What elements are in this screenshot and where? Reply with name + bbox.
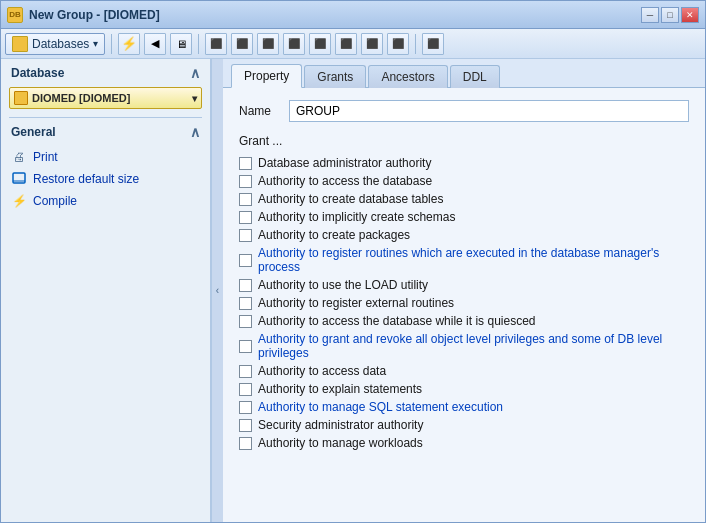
checkbox-row-access-quiesced: Authority to access the database while i… [239, 314, 689, 328]
close-button[interactable]: ✕ [681, 7, 699, 23]
checkbox-label-access-db: Authority to access the database [258, 174, 432, 188]
checkbox-row-register-routines: Authority to register routines which are… [239, 246, 689, 274]
checkbox-label-register-external: Authority to register external routines [258, 296, 454, 310]
checkbox-row-explain: Authority to explain statements [239, 382, 689, 396]
db-dropdown-row: DIOMED [DIOMED] ▾ [1, 85, 210, 117]
checkbox-list: Database administrator authorityAuthorit… [239, 156, 689, 450]
checkbox-register-external[interactable] [239, 297, 252, 310]
checkbox-label-create-tables: Authority to create database tables [258, 192, 443, 206]
db-selector-label: DIOMED [DIOMED] [32, 92, 130, 104]
databases-arrow: ▾ [93, 38, 98, 49]
toolbar-btn-6[interactable]: ⬛ [335, 33, 357, 55]
checkbox-row-workloads: Authority to manage workloads [239, 436, 689, 450]
databases-icon [12, 36, 28, 52]
print-icon: 🖨 [11, 149, 27, 165]
checkbox-access-db[interactable] [239, 175, 252, 188]
checkbox-row-create-schemas: Authority to implicitly create schemas [239, 210, 689, 224]
toolbar-separator-1 [111, 34, 112, 54]
checkbox-label-workloads: Authority to manage workloads [258, 436, 423, 450]
db-selector-arrow: ▾ [192, 93, 197, 104]
sidebar-collapse-handle[interactable]: ‹ [211, 59, 223, 522]
general-collapse-btn[interactable]: ∧ [190, 124, 200, 140]
tab-grants[interactable]: Grants [304, 65, 366, 88]
checkbox-label-sql-exec: Authority to manage SQL statement execut… [258, 400, 503, 414]
checkbox-label-grant-revoke: Authority to grant and revoke all object… [258, 332, 689, 360]
window-icon: DB [7, 7, 23, 23]
toolbar-btn-monitor[interactable]: 🖥 [170, 33, 192, 55]
restore-action[interactable]: Restore default size [11, 170, 200, 188]
checkbox-row-sql-exec: Authority to manage SQL statement execut… [239, 400, 689, 414]
toolbar-separator-2 [198, 34, 199, 54]
checkbox-label-security-admin: Security administrator authority [258, 418, 423, 432]
print-action[interactable]: 🖨 Print [11, 148, 200, 166]
right-panel: Property Grants Ancestors DDL Name [223, 59, 705, 522]
checkbox-label-db-admin: Database administrator authority [258, 156, 431, 170]
checkbox-access-quiesced[interactable] [239, 315, 252, 328]
checkbox-sql-exec[interactable] [239, 401, 252, 414]
checkbox-row-create-tables: Authority to create database tables [239, 192, 689, 206]
checkbox-access-data[interactable] [239, 365, 252, 378]
checkbox-explain[interactable] [239, 383, 252, 396]
compile-action[interactable]: ⚡ Compile [11, 192, 200, 210]
tab-ancestors[interactable]: Ancestors [368, 65, 447, 88]
toolbar: Databases ▾ ⚡ ◀ 🖥 ⬛ ⬛ ⬛ ⬛ ⬛ ⬛ ⬛ ⬛ ⬛ [1, 29, 705, 59]
compile-icon: ⚡ [11, 193, 27, 209]
toolbar-btn-2[interactable]: ⬛ [231, 33, 253, 55]
checkbox-row-create-packages: Authority to create packages [239, 228, 689, 242]
tab-property[interactable]: Property [231, 64, 302, 88]
window-title: New Group - [DIOMED] [29, 8, 641, 22]
toolbar-btn-back[interactable]: ◀ [144, 33, 166, 55]
checkbox-db-admin[interactable] [239, 157, 252, 170]
toolbar-btn-1[interactable]: ⬛ [205, 33, 227, 55]
main-window: DB New Group - [DIOMED] ─ □ ✕ Databases … [0, 0, 706, 523]
checkbox-workloads[interactable] [239, 437, 252, 450]
toolbar-btn-end[interactable]: ⬛ [422, 33, 444, 55]
checkbox-row-access-db: Authority to access the database [239, 174, 689, 188]
checkbox-label-access-data: Authority to access data [258, 364, 386, 378]
checkbox-label-access-quiesced: Authority to access the database while i… [258, 314, 536, 328]
name-input[interactable] [289, 100, 689, 122]
checkbox-row-security-admin: Security administrator authority [239, 418, 689, 432]
toolbar-btn-7[interactable]: ⬛ [361, 33, 383, 55]
checkbox-row-access-data: Authority to access data [239, 364, 689, 378]
checkbox-load-utility[interactable] [239, 279, 252, 292]
print-label: Print [33, 150, 58, 164]
window-controls: ─ □ ✕ [641, 7, 699, 23]
checkbox-create-schemas[interactable] [239, 211, 252, 224]
checkbox-create-packages[interactable] [239, 229, 252, 242]
toolbar-btn-lightning[interactable]: ⚡ [118, 33, 140, 55]
general-section-label: General [11, 125, 56, 139]
database-section-label: Database [11, 66, 64, 80]
grant-section-label: Grant ... [239, 134, 689, 148]
sidebar: Database ∧ DIOMED [DIOMED] ▾ General ∧ 🖨 [1, 59, 211, 522]
name-label: Name [239, 104, 279, 118]
general-section-header: General ∧ [1, 118, 210, 144]
checkbox-row-db-admin: Database administrator authority [239, 156, 689, 170]
toolbar-btn-4[interactable]: ⬛ [283, 33, 305, 55]
checkbox-row-register-external: Authority to register external routines [239, 296, 689, 310]
checkbox-security-admin[interactable] [239, 419, 252, 432]
checkbox-create-tables[interactable] [239, 193, 252, 206]
checkbox-register-routines[interactable] [239, 254, 252, 267]
db-selector-icon [14, 91, 28, 105]
database-section-header: Database ∧ [1, 59, 210, 85]
checkbox-label-register-routines: Authority to register routines which are… [258, 246, 689, 274]
minimize-button[interactable]: ─ [641, 7, 659, 23]
toolbar-btn-5[interactable]: ⬛ [309, 33, 331, 55]
tab-ddl[interactable]: DDL [450, 65, 500, 88]
checkbox-label-create-schemas: Authority to implicitly create schemas [258, 210, 455, 224]
database-collapse-btn[interactable]: ∧ [190, 65, 200, 81]
toolbar-btn-8[interactable]: ⬛ [387, 33, 409, 55]
maximize-button[interactable]: □ [661, 7, 679, 23]
toolbar-separator-3 [415, 34, 416, 54]
checkbox-grant-revoke[interactable] [239, 340, 252, 353]
db-selector[interactable]: DIOMED [DIOMED] ▾ [9, 87, 202, 109]
tabs-bar: Property Grants Ancestors DDL [223, 59, 705, 88]
compile-label: Compile [33, 194, 77, 208]
checkbox-label-create-packages: Authority to create packages [258, 228, 410, 242]
restore-icon [11, 171, 27, 187]
checkbox-row-load-utility: Authority to use the LOAD utility [239, 278, 689, 292]
toolbar-btn-3[interactable]: ⬛ [257, 33, 279, 55]
databases-dropdown[interactable]: Databases ▾ [5, 33, 105, 55]
property-content: Name Grant ... Database administrator au… [223, 88, 705, 522]
